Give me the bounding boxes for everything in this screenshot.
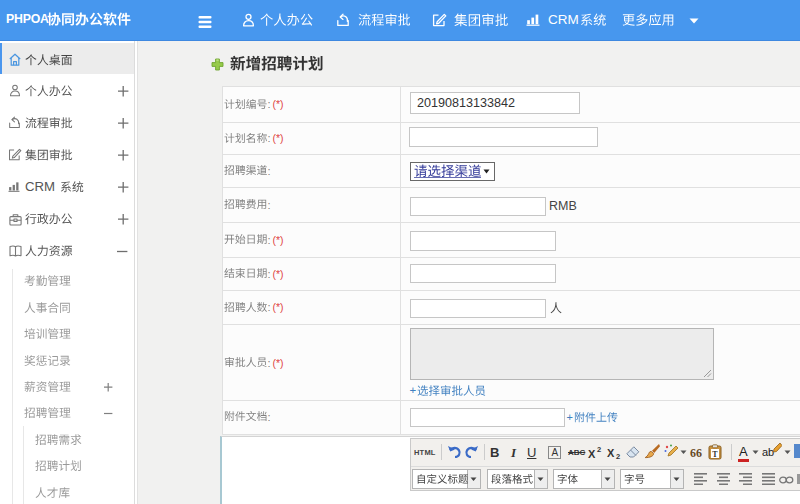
svg-text:T: T [712,450,718,459]
